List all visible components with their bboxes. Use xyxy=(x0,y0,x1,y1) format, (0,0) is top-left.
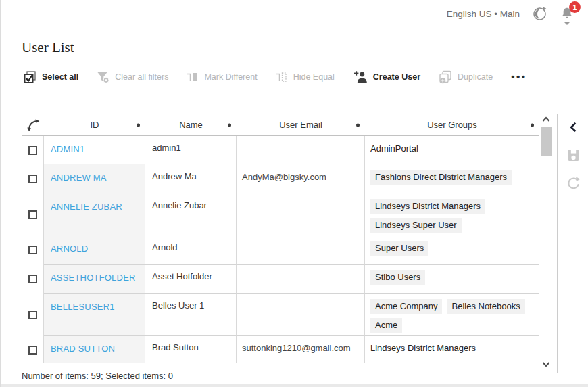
table-row: BELLESUSER1Belles User 1Acme CompanyBell… xyxy=(22,294,539,336)
user-name-cell: Annelie Zubar xyxy=(145,194,237,235)
user-email-cell xyxy=(237,294,365,336)
mark-different-label: Mark Different xyxy=(204,72,257,82)
user-email-cell: suttonking1210@gmail.com xyxy=(237,336,365,363)
row-checkbox-cell xyxy=(22,235,44,265)
column-menu-dot-icon[interactable] xyxy=(228,123,231,127)
user-id-link[interactable]: ANNELIE ZUBAR xyxy=(51,202,122,212)
column-header-label: Name xyxy=(179,120,203,130)
user-groups-cell: Lindseys District Managers xyxy=(365,336,539,363)
scroll-down-button[interactable] xyxy=(539,359,554,369)
user-group-chip: Super Users xyxy=(370,241,428,256)
column-menu-dot-icon[interactable] xyxy=(356,123,360,127)
create-user-label: Create User xyxy=(373,72,420,82)
user-groups-cell: AdminPortal xyxy=(365,136,539,164)
user-table: ID Name User Email User Groups ADMIN1adm… xyxy=(22,114,539,363)
row-checkbox[interactable] xyxy=(28,246,37,254)
select-all-button[interactable]: Select all xyxy=(24,71,78,84)
user-id-link[interactable]: BELLESUSER1 xyxy=(51,302,115,312)
chevron-down-icon xyxy=(564,22,570,25)
user-name-cell: Asset Hotfolder xyxy=(145,265,237,294)
row-checkbox[interactable] xyxy=(28,311,37,319)
user-email-cell xyxy=(237,235,365,265)
user-group-chip: Stibo Users xyxy=(370,270,425,285)
column-menu-dot-icon[interactable] xyxy=(531,123,534,127)
notifications-button[interactable]: 1 xyxy=(560,6,574,21)
row-checkbox-cell xyxy=(22,194,44,235)
more-options-button[interactable]: ••• xyxy=(511,74,526,81)
row-checkbox[interactable] xyxy=(28,346,37,355)
row-checkbox[interactable] xyxy=(28,275,37,283)
top-bar: English US • Main 1 xyxy=(1,0,588,27)
user-id-cell: BELLESUSER1 xyxy=(44,294,145,336)
bottom-scroll-strip[interactable] xyxy=(1,384,588,387)
create-user-button[interactable]: Create User xyxy=(353,70,420,84)
user-email-cell xyxy=(237,136,365,164)
user-id-cell: BRAD SUTTON xyxy=(44,336,145,363)
table-row: ANNELIE ZUBARAnnelie ZubarLindseys Distr… xyxy=(22,194,539,235)
refresh-icon xyxy=(566,176,581,190)
row-checkbox-cell xyxy=(22,265,44,294)
duplicate-icon xyxy=(439,70,452,84)
mark-different-button: Mark Different xyxy=(187,71,257,83)
user-groups-cell: Acme CompanyBelles NotebooksAcme xyxy=(365,294,539,336)
save-button xyxy=(565,147,581,163)
user-id-link[interactable]: ANDREW MA xyxy=(51,173,107,183)
user-groups-cell: Lindseys District ManagersLindseys Super… xyxy=(365,194,539,235)
clear-all-filters-label: Clear all filters xyxy=(115,72,168,82)
duplicate-label: Duplicate xyxy=(458,72,493,82)
scrollbar-thumb[interactable] xyxy=(541,127,552,156)
row-checkbox[interactable] xyxy=(28,146,37,155)
row-checkbox[interactable] xyxy=(28,175,37,183)
user-name-cell: admin1 xyxy=(145,136,237,164)
user-groups-cell: Super Users xyxy=(365,235,539,265)
table-header-row: ID Name User Email User Groups xyxy=(22,114,539,136)
selection-column-header[interactable] xyxy=(22,114,44,135)
user-id-cell: ADMIN1 xyxy=(44,136,145,164)
column-header-user-email: User Email xyxy=(237,114,365,135)
user-id-link[interactable]: ARNOLD xyxy=(51,244,88,254)
user-name-cell: Belles User 1 xyxy=(145,294,237,336)
column-header-user-groups: User Groups xyxy=(365,114,539,135)
notification-count-badge: 1 xyxy=(569,1,581,13)
save-icon xyxy=(566,148,581,162)
user-name-cell: Brad Sutton xyxy=(145,336,237,363)
toolbar: Select all Clear all filters Mark Differ… xyxy=(24,68,588,86)
user-email-cell xyxy=(237,194,365,235)
user-id-link[interactable]: ADMIN1 xyxy=(51,144,84,154)
column-header-name: Name xyxy=(145,114,237,135)
user-group-chip: Belles Notebooks xyxy=(447,299,524,314)
user-email-cell xyxy=(237,265,365,294)
user-id-link[interactable]: ASSETHOTFOLDER xyxy=(51,273,136,283)
user-id-cell: ANDREW MA xyxy=(44,164,145,194)
vertical-scrollbar[interactable] xyxy=(539,114,554,369)
user-group-label: Lindseys District Managers xyxy=(370,341,476,356)
collapse-panel-button[interactable] xyxy=(565,119,581,135)
user-id-link[interactable]: BRAD SUTTON xyxy=(51,344,115,354)
progress-refresh-button[interactable] xyxy=(532,6,547,22)
scrollbar-track[interactable] xyxy=(539,156,554,359)
user-id-cell: ASSETHOTFOLDER xyxy=(44,265,145,294)
row-checkbox[interactable] xyxy=(28,210,37,219)
row-checkbox-cell xyxy=(22,294,44,336)
chevron-left-icon xyxy=(568,122,579,133)
table-row: ANDREW MAAndrew MaAndyMa@bigsky.comFashi… xyxy=(22,164,539,194)
column-header-label: User Groups xyxy=(427,120,477,130)
scroll-up-button[interactable] xyxy=(539,114,554,124)
user-groups-cell: Fashions Direct District Managers xyxy=(365,164,539,194)
column-menu-dot-icon[interactable] xyxy=(137,123,140,127)
table-body: ADMIN1admin1AdminPortalANDREW MAAndrew M… xyxy=(22,136,539,363)
duplicate-button: Duplicate xyxy=(439,70,493,84)
hide-equal-label: Hide Equal xyxy=(293,72,335,82)
clear-all-filters-button: Clear all filters xyxy=(97,71,168,83)
user-group-chip: Acme Company xyxy=(370,299,442,314)
hide-equal-button: Hide Equal xyxy=(276,71,335,83)
page-title: User List xyxy=(22,38,588,57)
curved-arrow-icon xyxy=(26,118,40,132)
locale-context-selector[interactable]: English US • Main xyxy=(447,9,520,19)
side-panel xyxy=(557,114,588,373)
user-id-cell: ANNELIE ZUBAR xyxy=(44,194,145,235)
user-group-chip: Acme xyxy=(370,318,402,333)
chevron-down-icon xyxy=(542,361,550,367)
row-checkbox-cell xyxy=(22,164,44,194)
table-row: ASSETHOTFOLDERAsset HotfolderStibo Users xyxy=(22,265,539,294)
